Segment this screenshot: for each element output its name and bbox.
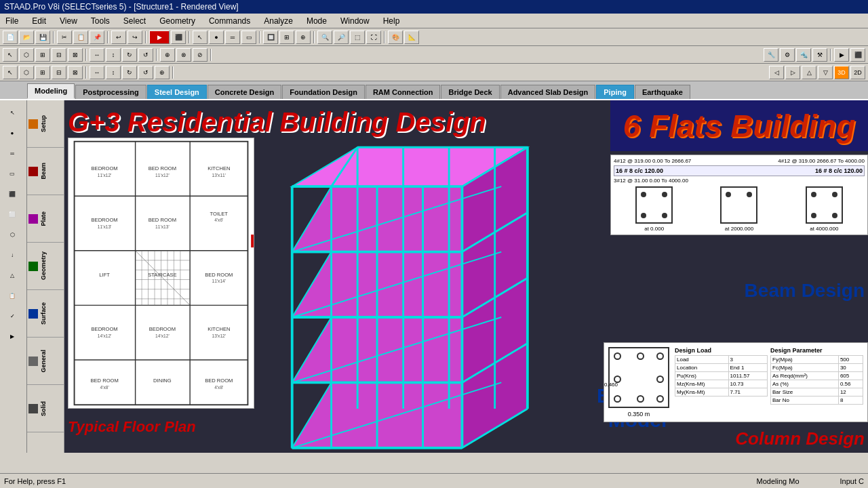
six-flats-overlay: 6 Flats Building [610,100,868,151]
tb3-view4[interactable]: ▽ [818,66,833,79]
tb3-7[interactable]: ↕ [106,66,121,79]
tb2-view4[interactable]: ⚒ [812,48,827,62]
sidebar-icon-plate3[interactable]: ▭ [1,164,23,183]
tb2-3[interactable]: ⊞ [35,48,50,62]
tb3-10[interactable]: ⊕ [155,66,170,79]
vert-setup[interactable]: Setup [27,100,64,148]
sidebar-icon-support[interactable]: △ [1,266,23,285]
tb3-3[interactable]: ⊞ [35,66,50,79]
tab-piping[interactable]: Piping [596,85,634,99]
menu-tools[interactable]: Tools [88,15,113,27]
tb-node[interactable]: ● [209,30,224,44]
tab-steel-design[interactable]: Steel Design [147,85,207,99]
vert-solid[interactable]: Solid [27,385,64,432]
sidebar-icon-node[interactable]: ● [1,123,23,142]
tb3-2d[interactable]: 2D [850,66,865,79]
menu-edit[interactable]: Edit [29,15,49,27]
tb-render[interactable]: 🎨 [388,30,403,44]
tb2-1[interactable]: ↖ [3,48,18,62]
tb-sep6 [313,31,315,43]
tb-plate2[interactable]: ▭ [241,30,256,44]
menu-window[interactable]: Window [338,15,372,27]
menu-help[interactable]: Help [380,15,403,27]
tb-cut[interactable]: ✂ [57,30,72,44]
vert-surface[interactable]: Surface [27,290,64,338]
tab-ram-connection[interactable]: RAM Connection [366,85,441,99]
tb2-view1[interactable]: 🔧 [764,48,778,62]
tb-select[interactable]: ↖ [193,30,208,44]
tb2-stop2[interactable]: ⬛ [850,48,865,62]
tab-modeling[interactable]: Modeling [27,83,75,99]
tb2-6[interactable]: ↔ [90,48,104,62]
tb3-5[interactable]: ⊠ [68,66,83,79]
tb2-4[interactable]: ⊟ [52,48,66,62]
tb-snap[interactable]: 🔲 [263,30,278,44]
menu-commands[interactable]: Commands [206,15,253,27]
tb3-4[interactable]: ⊟ [52,66,66,79]
tb2-11[interactable]: ⊗ [176,48,191,62]
tab-bridge-deck[interactable]: Bridge Deck [441,85,499,99]
sidebar-icon-load[interactable]: ↓ [1,245,23,264]
tb-zoom-out[interactable]: 🔎 [334,30,349,44]
tb-beam2[interactable]: ═ [225,30,240,44]
vert-geometry[interactable]: Geometry [27,243,64,290]
tb3-1[interactable]: ↖ [3,66,18,79]
tb3-6[interactable]: ↔ [90,66,104,79]
vert-beam[interactable]: Beam [27,148,64,195]
tb2-9[interactable]: ↺ [138,48,153,62]
menu-mode[interactable]: Mode [304,15,330,27]
tb2-view2[interactable]: ⚙ [780,48,795,62]
tb2-10[interactable]: ⊕ [160,48,175,62]
sidebar-icon-surface[interactable]: ⬜ [1,205,23,224]
tb3-2[interactable]: ⬡ [19,66,34,79]
sidebar-icon-assign[interactable]: ✓ [1,306,23,325]
vert-general[interactable]: General [27,338,64,385]
tb-wire[interactable]: 📐 [404,30,419,44]
tb2-7[interactable]: ↕ [106,48,121,62]
sidebar-icon-spec[interactable]: 📋 [1,286,23,305]
tb-save[interactable]: 💾 [35,30,50,44]
tb3-9[interactable]: ↺ [138,66,153,79]
tab-earthquake[interactable]: Earthquake [635,85,690,99]
sidebar-icon-select[interactable]: ↖ [1,103,23,122]
tb-run[interactable]: ▶ [149,30,170,44]
tb2-anim[interactable]: ▶ [834,48,849,62]
tb2-12[interactable]: ⊘ [193,48,208,62]
menu-file[interactable]: File [3,15,21,27]
tb-cursor[interactable]: ⊕ [296,30,311,44]
tb-copy[interactable]: 📋 [73,30,88,44]
tb-stop[interactable]: ⬛ [171,30,186,44]
tb2-2[interactable]: ⬡ [19,48,34,62]
tb-open[interactable]: 📂 [19,30,34,44]
tb-redo[interactable]: ↪ [127,30,142,44]
tb-zoom-all[interactable]: ⛶ [366,30,381,44]
tb-grid[interactable]: ⊞ [279,30,294,44]
tb3-8[interactable]: ↻ [122,66,137,79]
tb3-3d[interactable]: 3D [834,66,849,79]
tb-new[interactable]: 📄 [3,30,18,44]
sidebar-icon-geometry2[interactable]: ⬡ [1,225,23,244]
tab-foundation-design[interactable]: Foundation Design [282,85,365,99]
tb3-view1[interactable]: ◁ [769,66,784,79]
sidebar-icon-beam3[interactable]: ═ [1,144,23,163]
tb-undo[interactable]: ↩ [111,30,126,44]
vert-plate[interactable]: Plate [27,195,64,243]
tb3-view2[interactable]: ▷ [785,66,800,79]
menu-view[interactable]: View [57,15,80,27]
menu-select[interactable]: Select [121,15,149,27]
tb-zoom-window[interactable]: ⬚ [350,30,365,44]
tb2-8[interactable]: ↻ [122,48,137,62]
tab-advanced-slab[interactable]: Advanced Slab Design [500,85,596,99]
sidebar-icon-run2[interactable]: ▶ [1,327,23,346]
menu-analyze[interactable]: Analyze [261,15,296,27]
tab-concrete-design[interactable]: Concrete Design [208,85,281,99]
sidebar-icon-solid2[interactable]: ⬛ [1,184,23,203]
tb2-5[interactable]: ⊠ [68,48,83,62]
tb-paste[interactable]: 📌 [90,30,104,44]
tb2-view3[interactable]: 🔩 [796,48,811,62]
tab-postprocessing[interactable]: Postprocessing [75,85,146,99]
col-height: 0.460 [604,382,618,388]
tb-zoom-in[interactable]: 🔍 [317,30,332,44]
menu-geometry[interactable]: Geometry [157,15,198,27]
tb3-view3[interactable]: △ [802,66,816,79]
